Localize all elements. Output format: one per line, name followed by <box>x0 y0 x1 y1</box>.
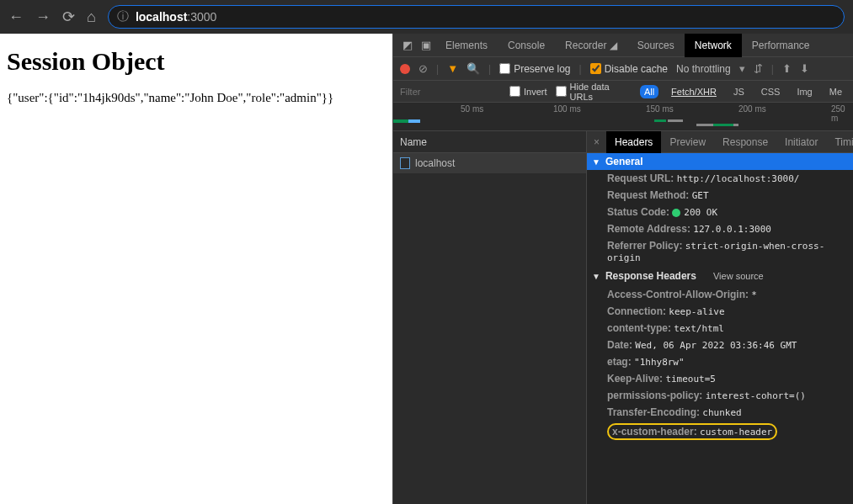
timeline-tick: 150 ms <box>646 104 674 114</box>
status-dot-icon <box>672 209 680 217</box>
page-body: {"user":{"id":"1h4jk90ds","name":"John D… <box>7 91 386 105</box>
request-name: localhost <box>415 157 455 169</box>
page-content: Session Object {"user":{"id":"1h4jk90ds"… <box>0 34 392 504</box>
timeline-bar <box>393 119 408 123</box>
filter-icon[interactable]: ▼ <box>447 62 458 75</box>
document-icon <box>400 157 410 169</box>
back-button[interactable]: ← <box>8 8 24 26</box>
request-method: Request Method: GET <box>587 187 853 204</box>
download-icon[interactable]: ⬇ <box>800 62 809 75</box>
triangle-down-icon: ▼ <box>592 272 600 281</box>
home-button[interactable]: ⌂ <box>87 8 96 26</box>
throttling-select[interactable]: No throttling <box>676 63 731 75</box>
search-icon[interactable]: 🔍 <box>466 62 480 75</box>
request-url: Request URL: http://localhost:3000/ <box>587 170 853 187</box>
url-port: :3000 <box>187 10 216 24</box>
view-source-link[interactable]: View source <box>713 271 764 281</box>
header-etag: etag: "1hhy8rw" <box>587 353 853 370</box>
tab-console[interactable]: Console <box>498 34 555 57</box>
header-acao: Access-Control-Allow-Origin: * <box>587 286 853 303</box>
inspect-icon[interactable]: ◩ <box>398 39 417 51</box>
info-icon: ⓘ <box>117 9 129 24</box>
timeline-tick: 50 ms <box>461 104 483 114</box>
tab-sources[interactable]: Sources <box>627 34 685 57</box>
tab-recorder[interactable]: Recorder ◢ <box>555 34 627 57</box>
header-x-custom: x-custom-header: custom-header <box>587 421 853 443</box>
devtools: ◩ ▣ Elements Console Recorder ◢ Sources … <box>392 34 853 504</box>
filter-css[interactable]: CSS <box>757 85 785 98</box>
triangle-down-icon: ▼ <box>592 157 600 167</box>
timeline-bar <box>668 119 683 122</box>
tab-response[interactable]: Response <box>714 131 776 153</box>
close-button[interactable]: × <box>587 136 606 148</box>
timeline-tick: 100 ms <box>553 104 581 114</box>
referrer-policy: Referrer Policy: strict-origin-when-cros… <box>587 237 853 266</box>
header-connection: Connection: keep-alive <box>587 303 853 320</box>
timeline-tick: 200 ms <box>738 104 766 114</box>
browser-toolbar: ← → ⟳ ⌂ ⓘ localhost:3000 <box>0 0 853 34</box>
disable-cache-checkbox[interactable]: Disable cache <box>590 63 668 75</box>
request-list-header[interactable]: Name <box>393 131 586 153</box>
remote-address: Remote Address: 127.0.0.1:3000 <box>587 220 853 237</box>
tab-timing[interactable]: Timing <box>826 131 853 153</box>
header-permissions-policy: permissions-policy: interest-cohort=() <box>587 387 853 404</box>
timeline-tick: 250 m <box>831 104 853 123</box>
timeline-bar <box>713 124 733 126</box>
tab-network[interactable]: Network <box>685 34 742 57</box>
tab-elements[interactable]: Elements <box>435 34 498 57</box>
filter-all[interactable]: All <box>640 85 658 98</box>
preserve-log-checkbox[interactable]: Preserve log <box>499 63 570 75</box>
clear-button[interactable]: ⊘ <box>419 62 428 75</box>
device-icon[interactable]: ▣ <box>417 39 435 51</box>
general-section[interactable]: ▼General <box>587 153 853 170</box>
tab-initiator[interactable]: Initiator <box>776 131 826 153</box>
status-code: Status Code: 200 OK <box>587 204 853 220</box>
header-content-type: content-type: text/html <box>587 320 853 337</box>
hide-urls-checkbox[interactable]: Hide data URLs <box>556 82 632 102</box>
devtools-tabs: ◩ ▣ Elements Console Recorder ◢ Sources … <box>393 34 853 57</box>
chevron-down-icon[interactable]: ▾ <box>739 62 745 75</box>
response-headers-section[interactable]: ▼Response HeadersView source <box>587 266 853 286</box>
request-row[interactable]: localhost <box>393 153 586 173</box>
header-date: Date: Wed, 06 Apr 2022 03:36:46 GMT <box>587 337 853 353</box>
filter-js[interactable]: JS <box>729 85 749 98</box>
wifi-icon[interactable]: ⇵ <box>754 62 763 75</box>
timeline[interactable]: 50 ms 100 ms 150 ms 200 ms 250 m <box>393 103 853 131</box>
url-bar[interactable]: ⓘ localhost:3000 <box>108 5 845 29</box>
network-toolbar: ⊘ | ▼ 🔍 | Preserve log | Disable cache N… <box>393 57 853 81</box>
reload-button[interactable]: ⟳ <box>62 8 75 26</box>
upload-icon[interactable]: ⬆ <box>782 62 792 75</box>
detail-tabs: × Headers Preview Response Initiator Tim… <box>587 131 853 153</box>
timeline-bar <box>408 119 420 123</box>
timeline-bar <box>654 119 666 122</box>
filter-xhr[interactable]: Fetch/XHR <box>667 85 721 98</box>
tab-preview[interactable]: Preview <box>661 131 714 153</box>
header-keep-alive: Keep-Alive: timeout=5 <box>587 370 853 387</box>
page-title: Session Object <box>7 47 386 76</box>
url-host: localhost <box>136 10 187 24</box>
tab-performance[interactable]: Performance <box>742 34 820 57</box>
filter-media[interactable]: Me <box>825 85 846 98</box>
filter-bar: Invert Hide data URLs All Fetch/XHR JS C… <box>393 81 853 103</box>
record-button[interactable] <box>400 64 410 74</box>
forward-button[interactable]: → <box>35 8 51 26</box>
filter-img[interactable]: Img <box>792 85 816 98</box>
request-detail: × Headers Preview Response Initiator Tim… <box>587 131 853 504</box>
invert-checkbox[interactable]: Invert <box>509 86 547 97</box>
filter-input[interactable] <box>400 87 501 97</box>
request-list: Name localhost <box>393 131 587 504</box>
header-transfer-encoding: Transfer-Encoding: chunked <box>587 404 853 421</box>
tab-headers[interactable]: Headers <box>606 131 661 153</box>
